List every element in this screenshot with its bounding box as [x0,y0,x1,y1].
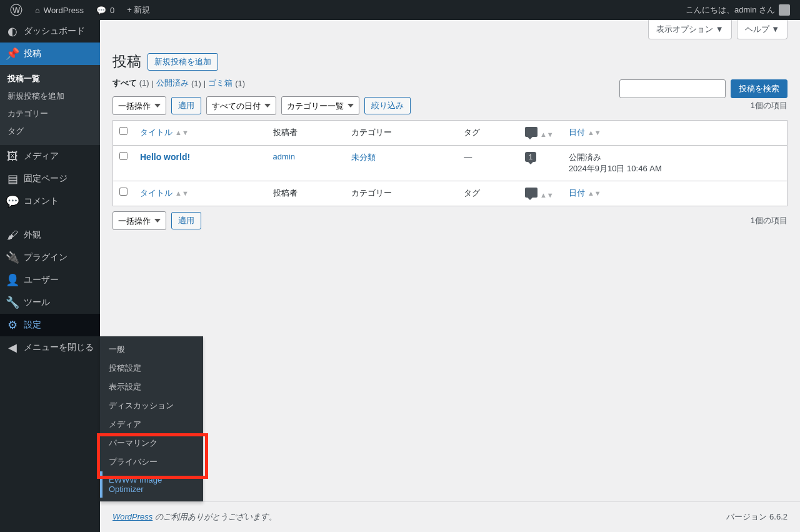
avatar-icon [779,4,790,16]
category-filter-select[interactable]: カテゴリー一覧 [281,96,359,115]
main-content: 表示オプション ▼ ヘルプ ▼ 投稿 新規投稿を追加 投稿を検索 すべて (1)… [100,20,800,532]
flyout-media[interactable]: メディア [100,415,203,434]
col-title[interactable]: タイトル▲▼ [134,181,267,206]
comment-icon [525,188,538,198]
settings-flyout: 一般 投稿設定 表示設定 ディスカッション メディア パーマリンク プライバシー… [100,336,203,501]
flyout-ewww[interactable]: EWWW Image Optimizer [100,471,203,498]
menu-pages[interactable]: ▤固定ページ [0,168,100,190]
apply-button[interactable]: 適用 [171,97,201,114]
filter-published[interactable]: 公開済み [156,78,189,89]
post-author-link[interactable]: admin [273,152,295,161]
admin-toolbar: ⓦ ⌂WordPress 💬0 + 新規 こんにちは、admin さん [0,0,800,20]
date-filter-select[interactable]: すべての日付 [206,96,276,115]
sort-icon: ▲▼ [588,189,601,197]
home-icon: ⌂ [35,6,40,15]
col-categories: カテゴリー [345,181,458,206]
post-tags: — [458,146,519,181]
comment-count-badge[interactable]: 1 [525,152,536,162]
filter-trash[interactable]: ゴミ箱 [208,78,232,89]
comments-link[interactable]: 💬0 [91,0,119,20]
menu-label: メディア [24,151,59,162]
menu-tools[interactable]: 🔧ツール [0,291,100,314]
menu-settings[interactable]: ⚙設定 [0,314,100,336]
post-category-link[interactable]: 未分類 [351,153,376,162]
col-comments[interactable]: ▲▼ [519,121,562,146]
submenu-categories[interactable]: カテゴリー [0,105,100,123]
submenu-tags[interactable]: タグ [0,123,100,140]
menu-users[interactable]: 👤ユーザー [0,269,100,291]
menu-media[interactable]: 🖾メディア [0,145,100,168]
flyout-permalinks[interactable]: パーマリンク [100,434,203,453]
menu-collapse[interactable]: ◀メニューを閉じる [0,336,100,359]
flyout-discussion[interactable]: ディスカッション [100,396,203,415]
submenu-new-post[interactable]: 新規投稿を追加 [0,88,100,105]
dashboard-icon: ◐ [6,25,19,38]
submenu-all-posts[interactable]: 投稿一覧 [0,70,100,88]
comment-icon [525,127,538,137]
screen-options-button[interactable]: 表示オプション ▼ [648,20,731,39]
menu-appearance[interactable]: 🖌外観 [0,224,100,246]
version-text: バージョン 6.6.2 [726,511,788,523]
row-checkbox[interactable] [119,152,128,160]
new-content[interactable]: + 新規 [122,0,155,20]
my-account[interactable]: こんにちは、admin さん [681,0,795,20]
wordpress-link[interactable]: WordPress [112,512,152,521]
menu-label: 投稿 [24,48,41,59]
col-tags: タグ [458,181,519,206]
col-date[interactable]: 日付▲▼ [562,181,788,206]
select-all-checkbox-bottom[interactable] [119,188,128,196]
col-tags: タグ [458,121,519,146]
page-title: 投稿 [112,52,141,71]
site-name-label: WordPress [44,6,84,15]
col-author: 投稿者 [267,181,345,206]
menu-label: ツール [24,297,50,308]
sort-icon: ▲▼ [540,191,554,199]
sort-icon: ▲▼ [540,131,554,138]
col-comments[interactable]: ▲▼ [519,181,562,206]
flyout-reading[interactable]: 表示設定 [100,378,203,396]
col-author: 投稿者 [267,121,345,146]
add-new-button[interactable]: 新規投稿を追加 [148,53,218,71]
new-label: + 新規 [127,4,150,16]
menu-dashboard[interactable]: ◐ダッシュボード [0,20,100,43]
select-all-checkbox[interactable] [119,127,128,135]
menu-label: コメント [24,196,59,207]
pages-icon: ▤ [6,173,19,185]
posts-table: タイトル▲▼ 投稿者 カテゴリー タグ ▲▼ 日付▲▼ Hello world!… [112,120,788,206]
post-date: 公開済み2024年9月10日 10:46 AM [562,146,788,181]
user-icon: 👤 [6,274,19,286]
table-row: Hello world! admin 未分類 — 1 公開済み2024年9月10… [113,146,788,181]
sort-icon: ▲▼ [175,129,189,136]
flyout-privacy[interactable]: プライバシー [100,453,203,471]
item-count: 1個の項目 [751,100,788,111]
menu-comments[interactable]: 💬コメント [0,190,100,213]
bulk-action-select[interactable]: 一括操作 [112,96,166,115]
post-title-link[interactable]: Hello world! [140,152,190,162]
apply-button-bottom[interactable]: 適用 [171,212,201,229]
comment-icon: 💬 [96,6,106,15]
menu-label: 設定 [24,319,41,331]
site-name[interactable]: ⌂WordPress [30,0,89,20]
search-button[interactable]: 投稿を検索 [731,79,788,98]
pin-icon: 📌 [6,48,19,60]
footer-thanks: のご利用ありがとうございます。 [152,512,277,521]
search-input[interactable] [619,79,726,98]
menu-label: ダッシュボード [24,26,85,37]
flyout-general[interactable]: 一般 [100,340,203,359]
wp-logo[interactable]: ⓦ [5,0,28,20]
col-date[interactable]: 日付▲▼ [562,121,788,146]
menu-label: メニューを閉じる [24,342,94,353]
menu-posts[interactable]: 📌投稿 [0,43,100,65]
filter-button[interactable]: 絞り込み [364,97,411,114]
help-button[interactable]: ヘルプ ▼ [737,20,788,39]
wordpress-icon: ⓦ [10,2,22,19]
menu-plugins[interactable]: 🔌プラグイン [0,246,100,269]
flyout-writing[interactable]: 投稿設定 [100,359,203,378]
col-title[interactable]: タイトル▲▼ [134,121,267,146]
wrench-icon: 🔧 [6,296,19,309]
bulk-action-select-bottom[interactable]: 一括操作 [112,211,166,230]
sort-icon: ▲▼ [175,189,189,197]
filter-all[interactable]: すべて (1) [112,78,149,89]
menu-label: 外観 [24,229,41,241]
item-count-bottom: 1個の項目 [751,215,788,226]
